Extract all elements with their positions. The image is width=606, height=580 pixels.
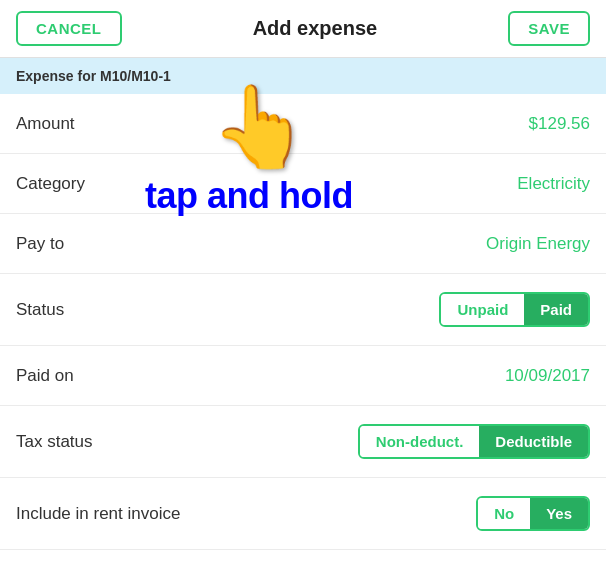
- toggle-group: Non-deduct.Deductible: [358, 424, 590, 459]
- row-label: Tax status: [16, 432, 93, 452]
- form-row: CategoryElectricity: [0, 154, 606, 214]
- toggle-option[interactable]: Paid: [524, 294, 588, 325]
- row-label: Paid on: [16, 366, 74, 386]
- row-value: Electricity: [517, 174, 590, 194]
- toggle-option[interactable]: Deductible: [479, 426, 588, 457]
- row-label: Amount: [16, 114, 75, 134]
- toggle-group: UnpaidPaid: [439, 292, 590, 327]
- form-row: StatusUnpaidPaid: [0, 274, 606, 346]
- expense-subtitle: Expense for M10/M10-1: [0, 58, 606, 94]
- form-row: Tax statusNon-deduct.Deductible: [0, 406, 606, 478]
- page-wrapper: CANCEL Add expense SAVE Expense for M10/…: [0, 0, 606, 550]
- save-button[interactable]: SAVE: [508, 11, 590, 46]
- row-label: Category: [16, 174, 85, 194]
- row-label: Include in rent invoice: [16, 504, 180, 524]
- row-label: Status: [16, 300, 64, 320]
- form-row: Paid on10/09/2017: [0, 346, 606, 406]
- page-title: Add expense: [253, 17, 377, 40]
- row-value: Origin Energy: [486, 234, 590, 254]
- row-label: Pay to: [16, 234, 64, 254]
- row-value: $129.56: [529, 114, 590, 134]
- toggle-option[interactable]: Unpaid: [441, 294, 524, 325]
- form-rows: Amount$129.56CategoryElectricityPay toOr…: [0, 94, 606, 550]
- form-row: Pay toOrigin Energy: [0, 214, 606, 274]
- form-row: Amount$129.56: [0, 94, 606, 154]
- toggle-option[interactable]: Yes: [530, 498, 588, 529]
- header: CANCEL Add expense SAVE: [0, 0, 606, 58]
- toggle-group: NoYes: [476, 496, 590, 531]
- toggle-option[interactable]: Non-deduct.: [360, 426, 480, 457]
- form-row: Include in rent invoiceNoYes: [0, 478, 606, 550]
- row-value: 10/09/2017: [505, 366, 590, 386]
- toggle-option[interactable]: No: [478, 498, 530, 529]
- cancel-button[interactable]: CANCEL: [16, 11, 122, 46]
